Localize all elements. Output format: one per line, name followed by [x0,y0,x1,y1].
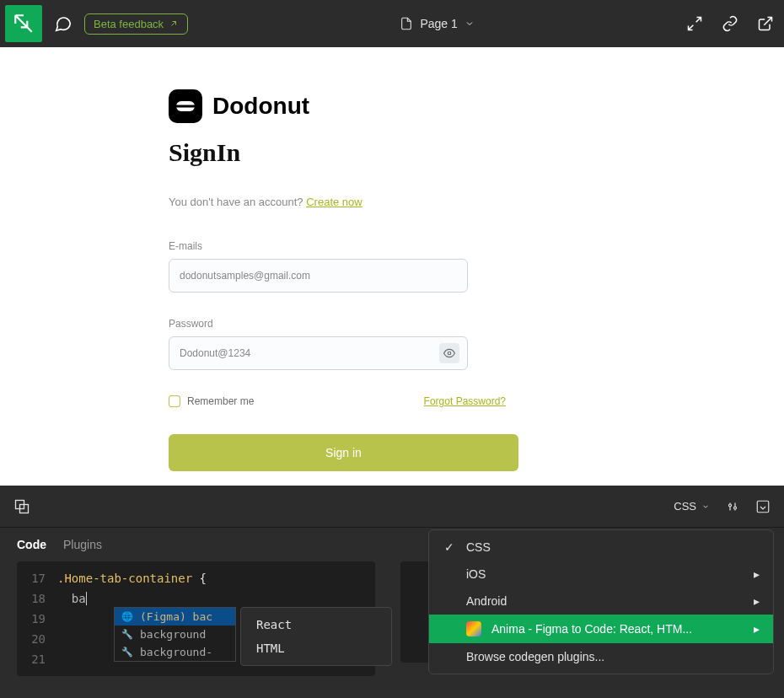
dropdown-item-anima[interactable]: Anima - Figma to Code: React, HTM... ▸ [429,615,773,643]
email-field[interactable] [169,259,468,293]
brand-name: Dodonut [212,93,309,120]
signin-subtext: You don't have an account? Create now [169,196,514,208]
file-icon [400,17,413,30]
link-icon[interactable] [722,15,738,32]
codegen-dropdown: ✓CSS iOS ▸ Android ▸ Anima - Figma to Co… [428,529,774,674]
remember-me[interactable]: Remember me [169,395,254,407]
password-label: Password [169,318,514,330]
wrench-icon: 🔧 [121,647,133,658]
signin-title: SignIn [169,138,514,167]
globe-icon: 🌐 [121,611,133,623]
chevron-right-icon: ▸ [754,567,760,581]
line-number: 18 [17,592,57,605]
svg-point-4 [734,507,737,509]
beta-feedback-label: Beta feedback [94,18,164,30]
context-menu: React HTML [240,607,392,666]
svg-point-0 [448,352,451,355]
autocomplete-popup: 🌐(Figma) bac 🔧background 🔧background- [114,607,236,662]
remember-checkbox[interactable] [169,395,180,407]
code-language-dropdown[interactable]: CSS [674,500,710,513]
svg-point-3 [729,504,732,507]
create-account-link[interactable]: Create now [306,196,362,208]
code-editor[interactable]: 17.Home-tab-container { 18 ba 19 20 21 🌐… [17,561,375,676]
svg-rect-5 [757,501,769,513]
css-dropdown-label: CSS [674,500,696,513]
password-input-wrap [169,336,468,370]
context-menu-html[interactable]: HTML [241,636,391,660]
brand-logo-icon [169,89,202,123]
typed-text: ba [72,592,86,605]
brand-row: Dodonut [169,89,514,123]
expand-icon[interactable] [686,15,703,32]
check-icon: ✓ [443,540,456,554]
beta-feedback-button[interactable]: Beta feedback [84,13,188,35]
password-field[interactable] [169,336,468,370]
page-title: Page 1 [420,17,457,30]
context-menu-react[interactable]: React [241,613,391,636]
line-number: 17 [17,572,57,585]
wrench-icon: 🔧 [121,629,133,641]
chevron-right-icon: ▸ [754,594,760,608]
line-number: 20 [17,632,57,646]
dropdown-item-ios[interactable]: iOS ▸ [429,561,773,588]
panel-toolbar-right: CSS [674,499,771,514]
tab-plugins[interactable]: Plugins [63,538,102,551]
external-link-icon [169,19,179,29]
comment-icon[interactable] [54,14,72,33]
chevron-down-icon [464,19,475,29]
chevron-down-icon [701,502,710,511]
signin-frame: Dodonut SignIn You don't have an account… [169,89,514,471]
dropdown-item-css[interactable]: ✓CSS [429,534,773,561]
css-selector: .Home-tab-container [57,572,192,585]
topbar-right [686,15,774,32]
signin-button[interactable]: Sign in [169,434,518,471]
settings-icon[interactable] [725,499,740,514]
dev-mode-logo[interactable] [5,5,42,42]
remember-forgot-row: Remember me Forgot Password? [169,395,506,407]
email-label: E-mails [169,240,514,252]
page-selector[interactable]: Page 1 [200,17,674,30]
collapse-panel-icon[interactable] [755,499,771,514]
brace-open: { [200,572,207,585]
layers-icon[interactable] [13,498,30,515]
anima-plugin-icon [466,621,481,636]
autocomplete-item[interactable]: 🔧background [115,626,235,643]
top-bar: Beta feedback Page 1 [0,0,784,47]
dropdown-item-android[interactable]: Android ▸ [429,588,773,615]
tab-code[interactable]: Code [17,538,46,551]
forgot-password-link[interactable]: Forgot Password? [424,395,506,407]
text-cursor [86,592,87,605]
panel-toolbar: CSS [0,486,784,528]
line-number: 21 [17,652,57,666]
open-external-icon[interactable] [757,15,774,32]
toggle-password-visibility[interactable] [439,343,459,363]
chevron-right-icon: ▸ [754,622,760,636]
autocomplete-item[interactable]: 🌐(Figma) bac [115,608,235,626]
email-input-wrap [169,259,514,293]
dropdown-item-browse[interactable]: Browse codegen plugins... [429,643,773,670]
line-number: 19 [17,612,57,626]
subtext-prefix: You don't have an account? [169,196,306,208]
remember-label: Remember me [187,395,254,407]
design-canvas: Dodonut SignIn You don't have an account… [0,47,784,486]
autocomplete-item[interactable]: 🔧background- [115,643,235,661]
eye-icon [443,347,455,359]
